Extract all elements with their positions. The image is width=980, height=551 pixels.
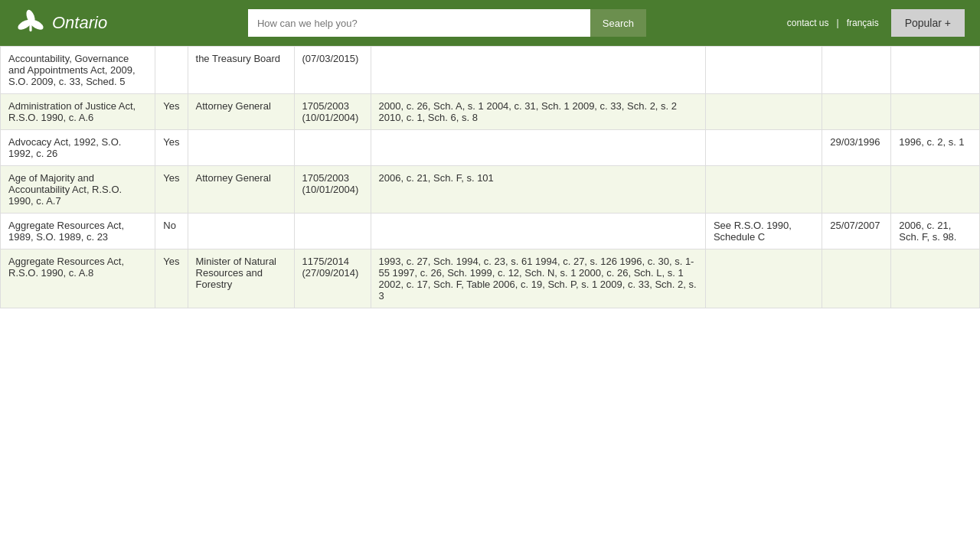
table-cell	[891, 94, 980, 130]
table-cell: 1705/2003 (10/01/2004)	[294, 94, 371, 130]
table-cell	[155, 47, 188, 94]
table-cell: 1175/2014 (27/09/2014)	[294, 249, 371, 308]
header-links: contact us | français	[787, 18, 879, 28]
table-cell	[188, 130, 294, 166]
acts-table: Accountability, Governance and Appointme…	[0, 46, 980, 308]
table-cell: the Treasury Board	[188, 47, 294, 94]
table-cell: Attorney General	[188, 94, 294, 130]
table-cell: Attorney General	[188, 166, 294, 214]
contact-us-link[interactable]: contact us	[787, 18, 829, 28]
site-header: Ontario Search contact us | français Pop…	[0, 0, 980, 46]
table-cell: 2000, c. 26, Sch. A, s. 1 2004, c. 31, S…	[371, 94, 705, 130]
table-cell	[294, 214, 371, 249]
table-cell	[822, 94, 891, 130]
table-cell	[705, 166, 822, 214]
table-cell: See R.S.O. 1990, Schedule C	[705, 214, 822, 249]
table-cell	[188, 214, 294, 249]
header-left: Ontario	[15, 8, 107, 38]
table-row: Age of Majority and Accountability Act, …	[1, 166, 980, 214]
logo-text: Ontario	[52, 13, 107, 33]
table-cell: 25/07/2007	[822, 214, 891, 249]
table-cell	[371, 214, 705, 249]
table-cell: Accountability, Governance and Appointme…	[1, 47, 155, 94]
table-cell: 2006, c. 21, Sch. F, s. 101	[371, 166, 705, 214]
popular-button[interactable]: Popular +	[891, 9, 965, 37]
table-cell	[371, 47, 705, 94]
table-cell	[891, 249, 980, 308]
table-cell: Minister of Natural Resources and Forest…	[188, 249, 294, 308]
search-bar: Search	[248, 9, 646, 37]
table-row: Advocacy Act, 1992, S.O. 1992, c. 26Yes2…	[1, 130, 980, 166]
francais-link[interactable]: français	[847, 18, 879, 28]
table-cell: Aggregate Resources Act, 1989, S.O. 1989…	[1, 214, 155, 249]
table-cell: (07/03/2015)	[294, 47, 371, 94]
table-cell: 1996, c. 2, s. 1	[891, 130, 980, 166]
table-container: Accountability, Governance and Appointme…	[0, 46, 980, 308]
table-cell	[891, 47, 980, 94]
table-cell: 2006, c. 21, Sch. F, s. 98.	[891, 214, 980, 249]
table-row: Aggregate Resources Act, R.S.O. 1990, c.…	[1, 249, 980, 308]
table-cell: Yes	[155, 166, 188, 214]
table-cell	[705, 249, 822, 308]
search-input[interactable]	[248, 9, 590, 37]
table-cell: Advocacy Act, 1992, S.O. 1992, c. 26	[1, 130, 155, 166]
table-row: Administration of Justice Act, R.S.O. 19…	[1, 94, 980, 130]
header-right: contact us | français Popular +	[787, 9, 965, 37]
table-cell: Age of Majority and Accountability Act, …	[1, 166, 155, 214]
table-cell: Yes	[155, 249, 188, 308]
svg-rect-3	[29, 23, 31, 31]
table-row: Accountability, Governance and Appointme…	[1, 47, 980, 94]
table-cell: Yes	[155, 94, 188, 130]
table-cell: Aggregate Resources Act, R.S.O. 1990, c.…	[1, 249, 155, 308]
ontario-logo[interactable]: Ontario	[15, 8, 107, 38]
search-button[interactable]: Search	[590, 9, 646, 37]
table-cell	[891, 166, 980, 214]
table-cell	[822, 166, 891, 214]
table-cell: 1993, c. 27, Sch. 1994, c. 23, s. 61 199…	[371, 249, 705, 308]
link-separator: |	[837, 18, 839, 28]
table-cell	[822, 47, 891, 94]
table-cell: Yes	[155, 130, 188, 166]
table-cell	[705, 47, 822, 94]
table-cell	[822, 249, 891, 308]
table-cell	[294, 130, 371, 166]
table-cell: Administration of Justice Act, R.S.O. 19…	[1, 94, 155, 130]
trillium-icon	[15, 8, 46, 38]
table-cell	[705, 130, 822, 166]
table-cell: 1705/2003 (10/01/2004)	[294, 166, 371, 214]
table-cell: 29/03/1996	[822, 130, 891, 166]
table-cell: No	[155, 214, 188, 249]
table-cell	[705, 94, 822, 130]
table-row: Aggregate Resources Act, 1989, S.O. 1989…	[1, 214, 980, 249]
table-cell	[371, 130, 705, 166]
